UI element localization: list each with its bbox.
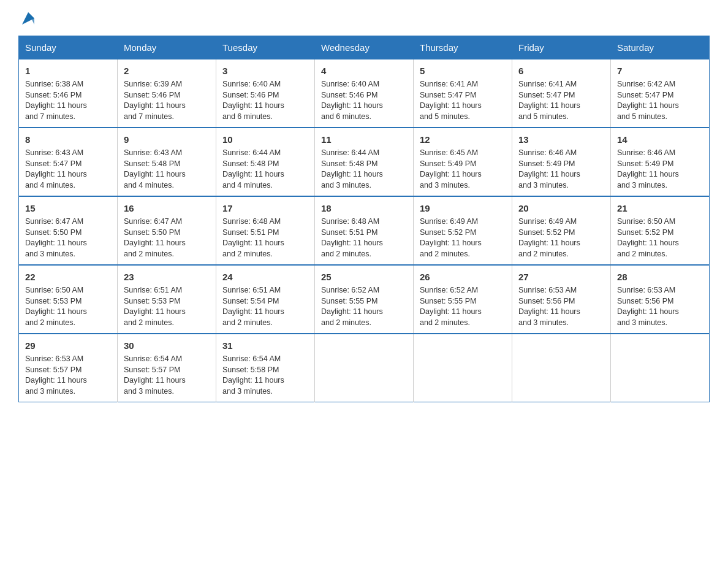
day-cell: 5Sunrise: 6:41 AMSunset: 5:47 PMDaylight…	[414, 59, 512, 128]
day-number: 17	[222, 202, 308, 215]
day-number: 20	[518, 202, 604, 215]
day-number: 19	[420, 202, 506, 215]
day-number: 22	[25, 270, 111, 283]
day-number: 4	[321, 64, 407, 77]
day-cell	[611, 334, 710, 402]
day-info: Sunrise: 6:53 AMSunset: 5:57 PMDaylight:…	[25, 354, 111, 397]
day-number: 26	[420, 270, 506, 283]
day-number: 14	[617, 133, 703, 146]
day-info: Sunrise: 6:45 AMSunset: 5:49 PMDaylight:…	[420, 148, 506, 191]
day-number: 21	[617, 202, 703, 215]
header-cell-friday: Friday	[512, 36, 611, 59]
day-info: Sunrise: 6:41 AMSunset: 5:47 PMDaylight:…	[420, 79, 506, 122]
calendar-body: 1Sunrise: 6:38 AMSunset: 5:46 PMDaylight…	[19, 59, 710, 402]
day-info: Sunrise: 6:39 AMSunset: 5:46 PMDaylight:…	[124, 79, 210, 122]
day-info: Sunrise: 6:47 AMSunset: 5:50 PMDaylight:…	[124, 216, 210, 259]
day-info: Sunrise: 6:44 AMSunset: 5:48 PMDaylight:…	[222, 148, 308, 191]
day-cell: 18Sunrise: 6:48 AMSunset: 5:51 PMDayligh…	[315, 196, 414, 265]
day-cell: 6Sunrise: 6:41 AMSunset: 5:47 PMDaylight…	[512, 59, 611, 128]
day-cell: 25Sunrise: 6:52 AMSunset: 5:55 PMDayligh…	[315, 265, 414, 334]
day-cell: 11Sunrise: 6:44 AMSunset: 5:48 PMDayligh…	[315, 128, 414, 196]
day-cell: 21Sunrise: 6:50 AMSunset: 5:52 PMDayligh…	[611, 196, 710, 265]
day-info: Sunrise: 6:52 AMSunset: 5:55 PMDaylight:…	[420, 285, 506, 328]
day-cell: 20Sunrise: 6:49 AMSunset: 5:52 PMDayligh…	[512, 196, 611, 265]
day-info: Sunrise: 6:48 AMSunset: 5:51 PMDaylight:…	[321, 216, 407, 259]
day-info: Sunrise: 6:47 AMSunset: 5:50 PMDaylight:…	[25, 216, 111, 259]
day-number: 18	[321, 202, 407, 215]
day-cell: 8Sunrise: 6:43 AMSunset: 5:47 PMDaylight…	[19, 128, 118, 196]
page-header	[18, 12, 710, 25]
day-number: 10	[222, 133, 308, 146]
day-cell: 2Sunrise: 6:39 AMSunset: 5:46 PMDaylight…	[118, 59, 216, 128]
day-cell: 15Sunrise: 6:47 AMSunset: 5:50 PMDayligh…	[19, 196, 118, 265]
day-cell: 23Sunrise: 6:51 AMSunset: 5:53 PMDayligh…	[118, 265, 216, 334]
day-info: Sunrise: 6:40 AMSunset: 5:46 PMDaylight:…	[321, 79, 407, 122]
calendar-header: SundayMondayTuesdayWednesdayThursdayFrid…	[19, 36, 710, 59]
week-row-3: 15Sunrise: 6:47 AMSunset: 5:50 PMDayligh…	[19, 196, 710, 265]
day-number: 5	[420, 64, 506, 77]
day-number: 30	[124, 339, 210, 352]
day-cell: 19Sunrise: 6:49 AMSunset: 5:52 PMDayligh…	[414, 196, 512, 265]
day-cell: 30Sunrise: 6:54 AMSunset: 5:57 PMDayligh…	[118, 334, 216, 402]
day-info: Sunrise: 6:43 AMSunset: 5:48 PMDaylight:…	[124, 148, 210, 191]
day-number: 29	[25, 339, 111, 352]
week-row-2: 8Sunrise: 6:43 AMSunset: 5:47 PMDaylight…	[19, 128, 710, 196]
day-info: Sunrise: 6:43 AMSunset: 5:47 PMDaylight:…	[25, 148, 111, 191]
day-info: Sunrise: 6:51 AMSunset: 5:54 PMDaylight:…	[222, 285, 308, 328]
week-row-5: 29Sunrise: 6:53 AMSunset: 5:57 PMDayligh…	[19, 334, 710, 402]
header-cell-sunday: Sunday	[19, 36, 118, 59]
day-cell	[315, 334, 414, 402]
day-info: Sunrise: 6:44 AMSunset: 5:48 PMDaylight:…	[321, 148, 407, 191]
day-info: Sunrise: 6:42 AMSunset: 5:47 PMDaylight:…	[617, 79, 703, 122]
day-cell: 7Sunrise: 6:42 AMSunset: 5:47 PMDaylight…	[611, 59, 710, 128]
day-cell: 14Sunrise: 6:46 AMSunset: 5:49 PMDayligh…	[611, 128, 710, 196]
day-cell: 27Sunrise: 6:53 AMSunset: 5:56 PMDayligh…	[512, 265, 611, 334]
day-info: Sunrise: 6:54 AMSunset: 5:57 PMDaylight:…	[124, 354, 210, 397]
day-info: Sunrise: 6:40 AMSunset: 5:46 PMDaylight:…	[222, 79, 308, 122]
day-number: 6	[518, 64, 604, 77]
day-number: 2	[124, 64, 210, 77]
day-cell: 26Sunrise: 6:52 AMSunset: 5:55 PMDayligh…	[414, 265, 512, 334]
day-info: Sunrise: 6:46 AMSunset: 5:49 PMDaylight:…	[518, 148, 604, 191]
day-number: 12	[420, 133, 506, 146]
day-info: Sunrise: 6:53 AMSunset: 5:56 PMDaylight:…	[518, 285, 604, 328]
calendar-table: SundayMondayTuesdayWednesdayThursdayFrid…	[18, 36, 710, 402]
day-cell	[512, 334, 611, 402]
day-cell: 1Sunrise: 6:38 AMSunset: 5:46 PMDaylight…	[19, 59, 118, 128]
day-number: 8	[25, 133, 111, 146]
day-info: Sunrise: 6:49 AMSunset: 5:52 PMDaylight:…	[420, 216, 506, 259]
day-cell: 13Sunrise: 6:46 AMSunset: 5:49 PMDayligh…	[512, 128, 611, 196]
header-cell-thursday: Thursday	[414, 36, 512, 59]
day-info: Sunrise: 6:49 AMSunset: 5:52 PMDaylight:…	[518, 216, 604, 259]
day-cell: 9Sunrise: 6:43 AMSunset: 5:48 PMDaylight…	[118, 128, 216, 196]
day-info: Sunrise: 6:50 AMSunset: 5:52 PMDaylight:…	[617, 216, 703, 259]
day-info: Sunrise: 6:53 AMSunset: 5:56 PMDaylight:…	[617, 285, 703, 328]
day-cell: 29Sunrise: 6:53 AMSunset: 5:57 PMDayligh…	[19, 334, 118, 402]
day-number: 15	[25, 202, 111, 215]
day-cell: 16Sunrise: 6:47 AMSunset: 5:50 PMDayligh…	[118, 196, 216, 265]
day-info: Sunrise: 6:51 AMSunset: 5:53 PMDaylight:…	[124, 285, 210, 328]
day-info: Sunrise: 6:48 AMSunset: 5:51 PMDaylight:…	[222, 216, 308, 259]
day-info: Sunrise: 6:46 AMSunset: 5:49 PMDaylight:…	[617, 148, 703, 191]
day-cell: 10Sunrise: 6:44 AMSunset: 5:48 PMDayligh…	[216, 128, 315, 196]
day-number: 28	[617, 270, 703, 283]
day-number: 23	[124, 270, 210, 283]
day-cell: 3Sunrise: 6:40 AMSunset: 5:46 PMDaylight…	[216, 59, 315, 128]
day-number: 24	[222, 270, 308, 283]
day-number: 11	[321, 133, 407, 146]
week-row-1: 1Sunrise: 6:38 AMSunset: 5:46 PMDaylight…	[19, 59, 710, 128]
day-cell: 22Sunrise: 6:50 AMSunset: 5:53 PMDayligh…	[19, 265, 118, 334]
day-number: 9	[124, 133, 210, 146]
day-cell: 17Sunrise: 6:48 AMSunset: 5:51 PMDayligh…	[216, 196, 315, 265]
day-info: Sunrise: 6:54 AMSunset: 5:58 PMDaylight:…	[222, 354, 308, 397]
header-cell-tuesday: Tuesday	[216, 36, 315, 59]
day-number: 7	[617, 64, 703, 77]
week-row-4: 22Sunrise: 6:50 AMSunset: 5:53 PMDayligh…	[19, 265, 710, 334]
day-info: Sunrise: 6:52 AMSunset: 5:55 PMDaylight:…	[321, 285, 407, 328]
logo-icon	[20, 10, 37, 27]
day-info: Sunrise: 6:41 AMSunset: 5:47 PMDaylight:…	[518, 79, 604, 122]
day-cell: 31Sunrise: 6:54 AMSunset: 5:58 PMDayligh…	[216, 334, 315, 402]
header-cell-wednesday: Wednesday	[315, 36, 414, 59]
day-number: 13	[518, 133, 604, 146]
day-number: 3	[222, 64, 308, 77]
